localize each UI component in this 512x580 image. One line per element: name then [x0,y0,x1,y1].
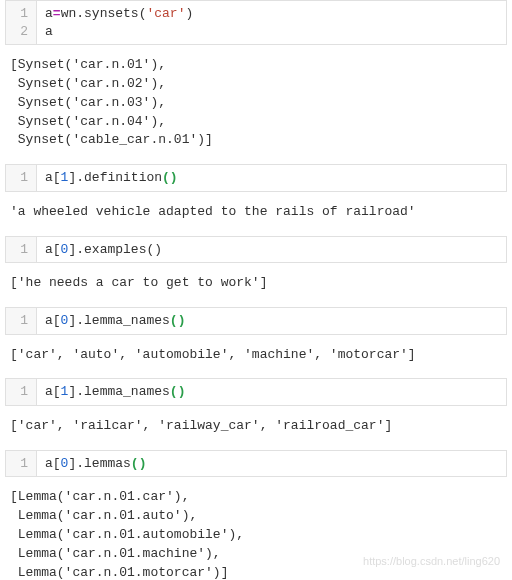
code-token: ].definition [68,170,162,185]
output-block: 'a wheeled vehicle adapted to the rails … [0,197,512,236]
line-number-gutter: 1 [6,237,37,263]
line-number-gutter: 1 [6,451,37,477]
output-block: ['he needs a car to get to work'] [0,268,512,307]
code-cell: 1a[1].lemma_names() [5,378,507,406]
code-cell: 1 2a=wn.synsets('car') a [5,0,507,45]
output-block: ['car', 'auto', 'automobile', 'machine',… [0,340,512,379]
code-token: ].lemma_names [68,384,169,399]
code-token: a[ [45,456,61,471]
code-content[interactable]: a[1].definition() [37,165,506,191]
watermark-text: https://blog.csdn.net/ling620 [363,555,500,567]
line-number-gutter: 1 [6,379,37,405]
output-block: ['car', 'railcar', 'railway_car', 'railr… [0,411,512,450]
code-content[interactable]: a[0].lemma_names() [37,308,506,334]
code-token: a [45,6,53,21]
code-token: a[ [45,313,61,328]
code-token: ].lemma_names [68,313,169,328]
code-token: ].lemmas [68,456,130,471]
code-token: ].examples() [68,242,162,257]
code-token: () [170,384,186,399]
code-token: wn.synsets( [61,6,147,21]
output-block: [Synset('car.n.01'), Synset('car.n.02'),… [0,50,512,164]
line-number-gutter: 1 [6,165,37,191]
code-cell: 1a[0].lemmas() [5,450,507,478]
code-token: () [170,313,186,328]
code-content[interactable]: a[0].lemmas() [37,451,506,477]
code-token: a[ [45,170,61,185]
code-token: = [53,6,61,21]
code-content[interactable]: a[1].lemma_names() [37,379,506,405]
code-token: a[ [45,384,61,399]
line-number-gutter: 1 [6,308,37,334]
code-cell: 1a[0].lemma_names() [5,307,507,335]
code-token: 'car' [146,6,185,21]
code-cell: 1a[0].examples() [5,236,507,264]
code-content[interactable]: a[0].examples() [37,237,506,263]
code-token: () [131,456,147,471]
line-number-gutter: 1 2 [6,1,37,44]
code-content[interactable]: a=wn.synsets('car') a [37,1,506,44]
code-cell: 1a[1].definition() [5,164,507,192]
code-token: a[ [45,242,61,257]
code-token: () [162,170,178,185]
